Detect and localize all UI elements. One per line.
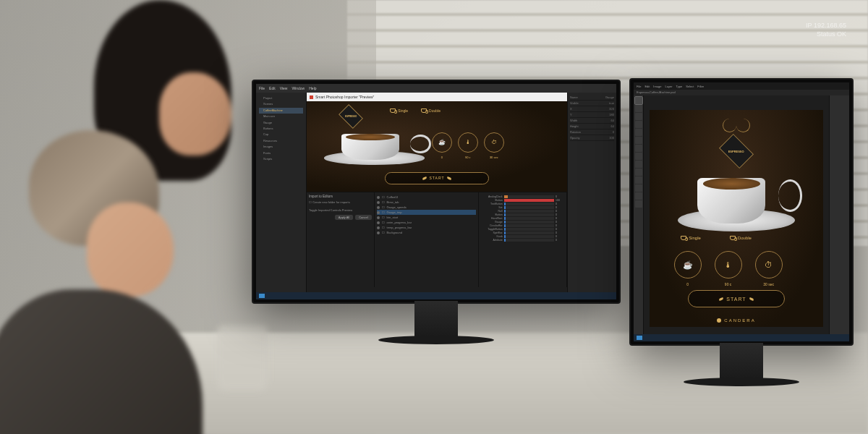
- tree-item[interactable]: Images: [259, 144, 303, 150]
- layer-row[interactable]: ☐Gauge_speeds: [377, 205, 476, 210]
- brush-tool-icon[interactable]: [635, 137, 642, 144]
- menu-help[interactable]: Help: [309, 86, 316, 90]
- start-button[interactable]: START: [385, 172, 489, 185]
- ps-doc-tab[interactable]: Espresso-Coffee-Machine.psd: [634, 90, 849, 95]
- monitor-left: File Edit View Window Help Project Scene…: [252, 80, 621, 304]
- ide-menubar[interactable]: File Edit View Window Help: [256, 84, 616, 93]
- project-tree[interactable]: Project Scenes CoffeeMachine Main.scn Ga…: [256, 93, 307, 299]
- tab-double[interactable]: Double: [421, 109, 441, 113]
- marquee-tool-icon[interactable]: [635, 105, 642, 112]
- ps-canvas[interactable]: ESPRESSO Single Double ☕0 🌡90 c: [644, 95, 829, 341]
- apply-all-button[interactable]: Apply All: [335, 215, 353, 220]
- leaf-icon: [719, 297, 724, 301]
- ps-toolbar[interactable]: [634, 95, 644, 341]
- tree-item[interactable]: Scenes: [259, 101, 303, 107]
- tab-single[interactable]: Single: [390, 109, 408, 113]
- tree-item[interactable]: Scripts: [259, 156, 303, 162]
- ps-menu-layer[interactable]: Layer: [665, 85, 672, 88]
- shape-tool-icon[interactable]: [635, 184, 642, 192]
- beans-icon: ☕: [438, 139, 446, 145]
- layer-row[interactable]: ☐anim_progress_bar: [377, 220, 476, 225]
- menu-window[interactable]: Window: [292, 86, 305, 90]
- eye-icon[interactable]: [377, 196, 380, 199]
- progress-row: SpinBox0: [481, 231, 564, 234]
- prop-row[interactable]: NameGauge: [570, 95, 614, 101]
- menu-file[interactable]: File: [259, 86, 265, 90]
- menu-view[interactable]: View: [280, 86, 288, 90]
- ps-menu-select[interactable]: Select: [686, 85, 694, 88]
- tree-item[interactable]: Gauge: [259, 120, 303, 126]
- layer-row[interactable]: ☐Background: [377, 230, 476, 235]
- dial-time[interactable]: ⏱30 sec: [755, 251, 783, 278]
- prop-row[interactable]: Opacity100: [570, 135, 614, 141]
- coffee-cup-image: [333, 127, 416, 165]
- tab-single[interactable]: Single: [681, 236, 701, 240]
- eye-icon[interactable]: [377, 206, 380, 209]
- ps-menu-file[interactable]: File: [637, 85, 641, 88]
- tree-item[interactable]: CoffeeMachine: [259, 108, 303, 114]
- eye-icon[interactable]: [377, 226, 380, 229]
- ps-menu-edit[interactable]: Edit: [644, 85, 650, 88]
- windows-start-icon[interactable]: [259, 294, 265, 298]
- tree-item[interactable]: Fonts: [259, 150, 303, 156]
- tree-item[interactable]: Resources: [259, 138, 303, 144]
- dial-time[interactable]: ⏱30 sec: [484, 132, 504, 153]
- dial-temp[interactable]: 🌡90 c: [715, 251, 742, 278]
- overlay-ip: IP 192.168.65: [806, 22, 846, 30]
- prop-row[interactable]: Y180: [570, 112, 614, 118]
- crop-tool-icon[interactable]: [635, 121, 642, 128]
- leaf-icon: [749, 297, 754, 301]
- ps-menu-filter[interactable]: Filter: [697, 85, 704, 88]
- prop-row[interactable]: Rotation0: [570, 129, 614, 135]
- progress-row: Gauge0: [481, 221, 564, 224]
- tree-item[interactable]: Project: [259, 95, 303, 101]
- layer-row[interactable]: ☐temp_progress_bar: [377, 225, 476, 230]
- layers-panel: ☐CoffeeUI ☐Brew_tab ☐Gauge_speeds ☐Gauge…: [375, 192, 479, 287]
- lasso-tool-icon[interactable]: [635, 113, 642, 120]
- ps-menubar[interactable]: File Edit Image Layer Type Select Filter: [634, 82, 849, 90]
- layer-row[interactable]: ☐Brew_tab: [377, 200, 476, 205]
- windows-start-icon[interactable]: [637, 336, 642, 340]
- cup-icon: [730, 236, 736, 240]
- prop-row[interactable]: X320: [570, 106, 614, 112]
- espresso-logo: ESPRESSO: [328, 109, 375, 125]
- start-button[interactable]: START: [688, 290, 785, 307]
- layer-row[interactable]: ☐CoffeeUI: [377, 195, 476, 200]
- eye-icon[interactable]: [377, 231, 380, 234]
- prop-row[interactable]: Visibletrue: [570, 101, 614, 106]
- layer-row[interactable]: ☐Gauge_tmp: [377, 210, 476, 215]
- tree-item[interactable]: Main.scn: [259, 114, 303, 119]
- move-tool-icon[interactable]: [635, 97, 642, 104]
- eye-icon[interactable]: [377, 211, 380, 214]
- zoom-tool-icon[interactable]: [635, 200, 642, 208]
- gradient-tool-icon[interactable]: [635, 161, 642, 168]
- tree-item[interactable]: Cup: [259, 132, 303, 137]
- tree-item[interactable]: Buttons: [259, 126, 303, 132]
- menu-edit[interactable]: Edit: [269, 86, 276, 90]
- eye-icon[interactable]: [377, 221, 380, 224]
- progress-row: CircularBar0: [481, 224, 564, 227]
- dial-beans[interactable]: ☕0: [432, 132, 452, 153]
- hand-tool-icon[interactable]: [635, 192, 642, 200]
- ps-panels[interactable]: [829, 95, 849, 341]
- timer-icon: ⏱: [765, 260, 773, 269]
- layer-row[interactable]: ☐btn_start: [377, 215, 476, 220]
- type-tool-icon[interactable]: [635, 176, 642, 184]
- windows-taskbar[interactable]: [634, 334, 849, 341]
- pen-tool-icon[interactable]: [635, 169, 642, 176]
- eyedropper-tool-icon[interactable]: [635, 129, 642, 136]
- dial-temp[interactable]: 🌡90 c: [458, 132, 478, 153]
- prop-row[interactable]: Height64: [570, 124, 614, 129]
- ps-menu-image[interactable]: Image: [653, 85, 661, 88]
- cancel-button[interactable]: Cancel: [355, 215, 371, 220]
- cup-icon: [390, 109, 396, 113]
- eye-icon[interactable]: [377, 216, 380, 219]
- ps-menu-type[interactable]: Type: [676, 85, 683, 88]
- dial-beans[interactable]: ☕0: [674, 251, 702, 278]
- eye-icon[interactable]: [377, 201, 380, 204]
- eraser-tool-icon[interactable]: [635, 153, 642, 160]
- tab-double[interactable]: Double: [730, 236, 752, 240]
- clone-tool-icon[interactable]: [635, 145, 642, 152]
- windows-taskbar[interactable]: [256, 292, 616, 299]
- prop-row[interactable]: Width64: [570, 118, 614, 124]
